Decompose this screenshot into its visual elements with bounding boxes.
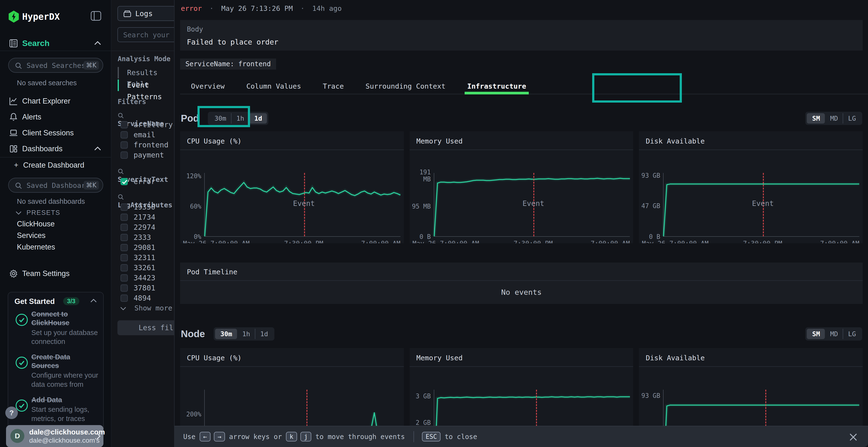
filter-option[interactable]: artillery-loa: [121, 121, 174, 131]
get-started-item[interactable]: Connect to ClickHouse Set up your databa…: [8, 310, 103, 353]
range-1d-button[interactable]: 1d: [249, 113, 267, 124]
create-dashboard-label: Create Dashboard: [23, 161, 84, 169]
checkbox[interactable]: [121, 214, 128, 221]
filter-option[interactable]: 33261: [121, 264, 155, 274]
chevron-down-icon: [120, 304, 130, 312]
body-value: Failed to place order: [187, 38, 278, 46]
saved-dashboards-input[interactable]: Saved Dashboards ⌘K: [8, 178, 103, 193]
sidebar-item-search[interactable]: Search: [0, 36, 111, 51]
filter-option[interactable]: 19350: [121, 203, 155, 213]
checkbox[interactable]: [121, 244, 128, 251]
get-started-item[interactable]: Create Data Sources Configure where your…: [8, 353, 103, 396]
esc-key[interactable]: ESC: [422, 432, 440, 442]
range-1h-button[interactable]: 1h: [237, 329, 255, 339]
sidebar-item-services[interactable]: Services: [17, 231, 45, 240]
j-key[interactable]: j: [301, 432, 311, 442]
checkbox-checked[interactable]: [121, 178, 128, 185]
get-started-item-title: Create Data Sources: [31, 353, 98, 370]
sidebar-item-dashboards[interactable]: Dashboards: [0, 142, 111, 156]
checkbox[interactable]: [121, 141, 128, 148]
checkbox[interactable]: [121, 204, 128, 211]
filter-option[interactable]: 22974: [121, 223, 155, 233]
filter-option[interactable]: 32311: [121, 253, 155, 264]
highlight-box-infrastructure-tab: [592, 73, 682, 103]
create-dashboard-button[interactable]: +Create Dashboard: [14, 161, 84, 170]
show-more-button[interactable]: Show more: [120, 304, 173, 312]
size-sm-button[interactable]: SM: [807, 113, 825, 124]
saved-searches-input[interactable]: Saved Searches ⌘K: [8, 58, 103, 73]
help-button[interactable]: ?: [5, 407, 18, 419]
pod-cpu-chart-card: CPU Usage (%) 120%60%0% Event May 26 7:0…: [180, 131, 404, 243]
k-key[interactable]: k: [286, 432, 297, 442]
less-filters-button[interactable]: Less fil: [117, 320, 174, 335]
checkbox[interactable]: [121, 274, 128, 281]
keyboard-hint-bar: Use ← → arrow keys or k j to move throug…: [175, 426, 868, 447]
filter-option[interactable]: frontend: [121, 141, 168, 151]
range-30m-button[interactable]: 30m: [215, 329, 237, 339]
checkbox[interactable]: [121, 284, 128, 291]
filter-option[interactable]: 4894: [121, 294, 151, 304]
filter-option[interactable]: 37801: [121, 284, 155, 294]
size-lg-button[interactable]: LG: [843, 329, 861, 339]
sidebar-item-client-sessions[interactable]: Client Sessions: [0, 126, 111, 140]
sidebar-item-team-settings[interactable]: Team Settings: [0, 267, 111, 281]
servicename-tag[interactable]: ServiceName: frontend: [180, 59, 276, 70]
tab-column-values[interactable]: Column Values: [236, 79, 312, 94]
checkbox[interactable]: [121, 264, 128, 271]
get-started-item[interactable]: Add Data Start sending logs, metrics, or…: [8, 396, 103, 429]
checkbox[interactable]: [121, 254, 128, 261]
filter-option-error[interactable]: error: [121, 177, 155, 187]
checkbox[interactable]: [121, 131, 128, 138]
filter-option[interactable]: 21734: [121, 213, 155, 223]
filter-group-severitytext[interactable]: SeverityText: [118, 167, 174, 177]
filter-option[interactable]: 34423: [121, 274, 155, 284]
user-menu[interactable]: D dale@clickhouse.com dale@clickhouse.co…: [6, 425, 103, 447]
size-md-button[interactable]: MD: [825, 113, 843, 124]
range-1d-button[interactable]: 1d: [255, 329, 273, 339]
search-icon: [15, 182, 22, 190]
size-lg-button[interactable]: LG: [843, 113, 861, 124]
tab-trace[interactable]: Trace: [312, 79, 355, 94]
sidebar-item-kubernetes[interactable]: Kubernetes: [17, 243, 55, 251]
size-sm-button[interactable]: SM: [807, 329, 825, 339]
sidebar-item-label: Team Settings: [22, 269, 69, 278]
event-timestamp: May 26 7:13:26 PM: [221, 4, 293, 12]
close-icon[interactable]: [849, 433, 858, 443]
get-started-title: Get Started: [14, 297, 55, 306]
filter-option[interactable]: 29081: [121, 243, 155, 253]
source-select[interactable]: Logs: [117, 6, 174, 21]
checkbox[interactable]: [121, 151, 128, 159]
event-search-input[interactable]: Search your ev: [117, 27, 174, 42]
filter-option[interactable]: payment: [121, 151, 164, 161]
app-root: HyperDX Search Saved Searches ⌘K No save…: [0, 0, 868, 447]
tab-surrounding-context[interactable]: Surrounding Context: [355, 79, 457, 94]
tab-infrastructure[interactable]: Infrastructure: [457, 79, 537, 94]
size-md-button[interactable]: MD: [825, 329, 843, 339]
presets-toggle[interactable]: PRESETS: [16, 209, 60, 216]
get-started-header[interactable]: Get Started 3/3: [8, 293, 103, 310]
checkbox[interactable]: [121, 224, 128, 231]
mode-event-patterns[interactable]: Event Patterns: [118, 79, 174, 91]
tab-overview[interactable]: Overview: [180, 79, 236, 94]
pod-section-header: Pod 30m 1h 1d SM MD LG: [181, 108, 862, 128]
pod-disk-chart: 93 GB47 GB0 B Event May 26 7:00:00 AM7:3…: [639, 150, 863, 243]
event-marker-label: Event: [752, 199, 774, 208]
checkbox[interactable]: [121, 234, 128, 241]
sidebar-item-alerts[interactable]: Alerts: [0, 110, 111, 124]
mode-results-table[interactable]: Results Table: [118, 67, 174, 78]
avatar: D: [10, 429, 24, 443]
filter-option[interactable]: email: [121, 131, 155, 141]
checkbox[interactable]: [121, 295, 128, 302]
filter-group-servicename[interactable]: ServiceName: [118, 111, 174, 121]
filter-group-logattributes[interactable]: LogAttributes: [118, 193, 174, 202]
filter-option[interactable]: 2333: [121, 233, 151, 243]
arrow-left-key[interactable]: ←: [199, 432, 211, 442]
checkbox[interactable]: [121, 121, 128, 128]
sidebar-item-chart-explorer[interactable]: Chart Explorer: [0, 94, 111, 108]
panel-toggle-icon[interactable]: [91, 11, 101, 22]
arrow-right-key[interactable]: →: [214, 432, 225, 442]
sidebar-item-clickhouse[interactable]: ClickHouse: [17, 220, 55, 228]
filter-option-label: artillery-loa: [133, 121, 174, 129]
hint-text: arrow keys or: [229, 433, 282, 441]
event-marker-label: Event: [293, 199, 315, 208]
